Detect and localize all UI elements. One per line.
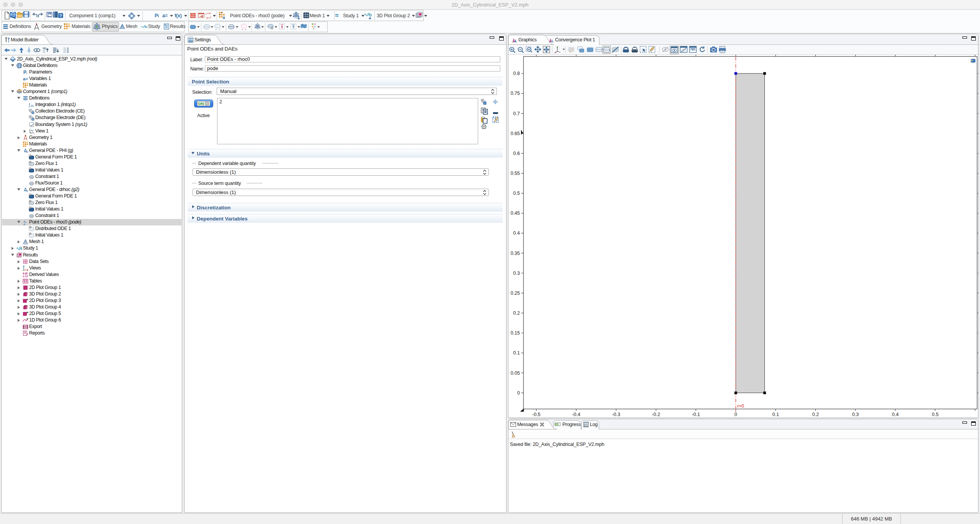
svg-text:P: P: [23, 70, 26, 75]
svg-text:0.45: 0.45: [511, 211, 520, 216]
svg-text:e-12: e-12: [23, 275, 28, 278]
svg-text:0.2: 0.2: [513, 310, 520, 316]
svg-text:-0.4: -0.4: [572, 412, 580, 417]
svg-text:8.85: 8.85: [23, 272, 28, 275]
svg-text:du: du: [31, 104, 34, 108]
svg-text:-0.2: -0.2: [652, 412, 660, 417]
svg-text:r=0: r=0: [737, 403, 744, 409]
svg-text:0.6: 0.6: [513, 151, 520, 156]
svg-text:-0.3: -0.3: [612, 412, 621, 417]
svg-text:0.2: 0.2: [812, 412, 819, 417]
svg-text:0.4: 0.4: [892, 412, 898, 417]
svg-text:u: u: [26, 189, 28, 193]
svg-text:0.05: 0.05: [511, 371, 520, 376]
svg-text:0.5: 0.5: [513, 191, 520, 196]
svg-text:0.7: 0.7: [513, 111, 520, 116]
svg-text:0.35: 0.35: [511, 251, 520, 256]
svg-text:0.4: 0.4: [513, 230, 520, 236]
svg-text:0.1: 0.1: [513, 350, 520, 356]
svg-text:0: 0: [517, 390, 520, 396]
svg-text:0.15: 0.15: [511, 330, 520, 336]
svg-text:u: u: [26, 150, 28, 153]
svg-text:a=: a=: [23, 77, 28, 81]
svg-text:0.55: 0.55: [511, 171, 520, 176]
svg-text:xy: xy: [31, 129, 34, 132]
svg-text:0.3: 0.3: [852, 412, 859, 417]
svg-text:0.1: 0.1: [773, 412, 779, 417]
svg-text:0.25: 0.25: [511, 291, 520, 296]
svg-text:0.3: 0.3: [513, 271, 520, 276]
svg-text:?: ?: [59, 14, 62, 18]
svg-text:0.75: 0.75: [511, 91, 520, 96]
svg-text:0.8: 0.8: [513, 71, 520, 76]
svg-text:-0.5: -0.5: [532, 412, 541, 417]
svg-text:i: i: [26, 71, 27, 75]
svg-text:0.5: 0.5: [932, 412, 938, 417]
svg-text:dt: dt: [23, 223, 26, 225]
svg-text:0.65: 0.65: [511, 131, 520, 136]
svg-text:0: 0: [735, 412, 737, 417]
svg-text:-0.1: -0.1: [692, 412, 700, 417]
